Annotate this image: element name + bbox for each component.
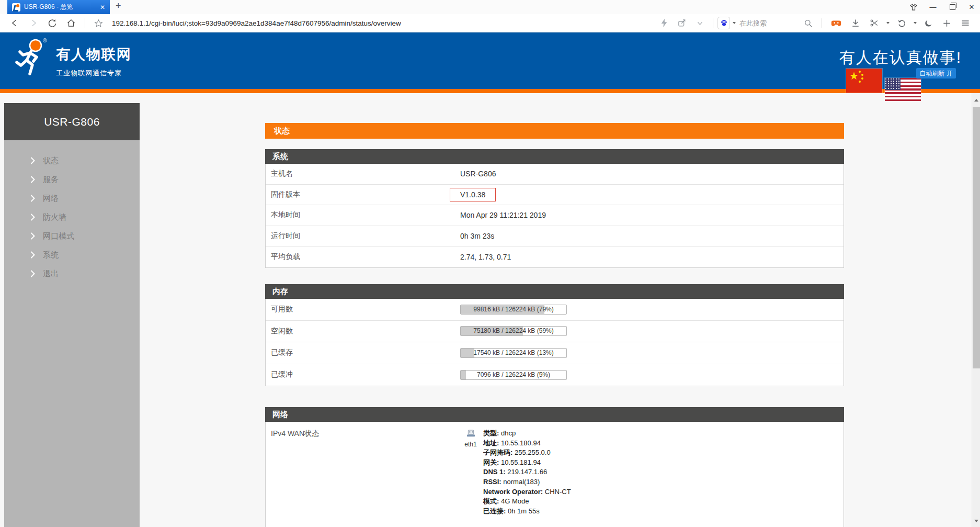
row-value: 2.74, 1.73, 0.71 (460, 253, 511, 261)
progress-text: 17540 kB / 126224 kB (13%) (461, 349, 566, 357)
progress-text: 99816 kB / 126224 kB (79%) (461, 305, 566, 314)
row-label: 主机名 (266, 169, 460, 178)
wan-detail-line: Network Operator: CHN-CT (483, 487, 571, 497)
scrollbar-up-arrow[interactable] (974, 99, 978, 102)
row-value: USR-G806 (460, 170, 496, 178)
scrollbar-thumb[interactable] (973, 107, 980, 368)
search-magnifier-icon[interactable] (804, 19, 813, 28)
download-icon[interactable] (851, 18, 860, 28)
table-row: 平均负载 2.74, 1.73, 0.71 (266, 246, 844, 267)
chevron-right-icon (30, 270, 35, 277)
sidebar-item-network[interactable]: 网络 (4, 189, 140, 208)
add-plus-icon[interactable] (942, 19, 951, 28)
refresh-icon[interactable] (48, 18, 57, 28)
game-center-icon[interactable] (831, 19, 841, 28)
tab-close-icon[interactable]: ✕ (100, 4, 105, 10)
chevron-right-icon (30, 232, 35, 240)
undo-caret[interactable] (914, 22, 917, 24)
undo-icon[interactable] (897, 18, 906, 28)
table-row: 已缓存 17540 kB / 126224 kB (13%) (266, 342, 844, 364)
restore-button[interactable] (948, 3, 956, 12)
network-table-body: IPv4 WAN状态 eth1 类型: dhcp地址: 10.55.180.94… (265, 422, 844, 527)
table-row: 已缓冲 7096 kB / 126224 kB (5%) (266, 364, 844, 386)
menu-hamburger-icon[interactable] (961, 18, 970, 28)
row-value: 0h 3m 23s (460, 232, 494, 240)
wan-detail-value: 255.255.0.0 (515, 448, 551, 456)
chevron-right-icon (30, 251, 35, 259)
sidebar-item-firewall[interactable]: 防火墙 (4, 208, 140, 227)
sidebar-item-logout[interactable]: 退出 (4, 264, 140, 283)
wan-detail-line: DNS 1: 219.147.1.66 (483, 467, 571, 477)
sidebar-item-system[interactable]: 系统 (4, 245, 140, 264)
home-icon[interactable] (66, 18, 76, 28)
wan-detail-line: 已连接: 0h 1m 55s (483, 507, 571, 517)
section-memory-title: 内存 (265, 284, 844, 299)
usa-flag[interactable] (885, 78, 921, 101)
site-header: ® 有人物联网 工业物联网通信专家 (0, 32, 980, 89)
forward-icon[interactable] (29, 18, 38, 28)
scrollbar-down-arrow[interactable] (974, 520, 978, 522)
search-input[interactable] (738, 19, 799, 28)
browser-skin-icon[interactable] (909, 3, 918, 12)
bookmark-star-icon[interactable] (94, 19, 103, 28)
wan-detail-key: 地址: (483, 439, 501, 447)
screenshot-scissors-icon[interactable] (870, 18, 879, 28)
wan-detail-key: 模式: (483, 497, 501, 505)
system-table-body: 主机名 USR-G806 固件版本 V1.0.38 本地时间 Mon Apr 2… (265, 164, 844, 268)
sidebar-item-portmode[interactable]: 网口模式 (4, 227, 140, 245)
wan-detail-value: 4G Mode (501, 497, 529, 505)
new-tab-button[interactable]: + (116, 1, 121, 12)
memory-table-body: 可用数 99816 kB / 126224 kB (79%) 空闲数 75180… (265, 299, 844, 386)
wan-detail-value: 0h 1m 55s (508, 507, 540, 515)
wan-detail-line: 地址: 10.55.180.94 (483, 439, 571, 448)
scissors-caret[interactable] (886, 22, 890, 24)
auto-refresh-toggle[interactable]: 自动刷新 开 (916, 68, 956, 79)
progress-text: 75180 kB / 126224 kB (59%) (461, 327, 566, 335)
back-icon[interactable] (10, 18, 19, 28)
share-icon[interactable] (677, 18, 687, 28)
section-network: 网络 IPv4 WAN状态 eth1 类型: dhcp地址: (265, 407, 844, 527)
wan-detail-value: 219.147.1.66 (507, 468, 547, 476)
sidebar-item-status[interactable]: 状态 (4, 151, 140, 170)
baidu-search-engine-icon[interactable] (717, 17, 730, 29)
chevron-right-icon (30, 195, 35, 202)
wan-status-row: IPv4 WAN状态 eth1 类型: dhcp地址: 10.55.180.94… (266, 422, 844, 516)
wan-detail-value: normal(183) (503, 478, 540, 486)
minimize-button[interactable]: — (929, 3, 937, 12)
sidebar-item-services[interactable]: 服务 (4, 170, 140, 189)
row-label: 运行时间 (266, 231, 460, 241)
url-field[interactable]: 192.168.1.1/cgi-bin/luci/;stok=93d9a0969… (112, 19, 656, 27)
chevron-down-icon[interactable] (696, 19, 704, 27)
sidebar-item-label: 退出 (43, 269, 59, 279)
wan-detail-line: RSSI: normal(183) (483, 477, 571, 487)
wan-detail-key: 已连接: (483, 507, 508, 515)
search-engine-caret[interactable] (733, 22, 736, 24)
sidebar-device-name: USR-G806 (4, 103, 140, 140)
row-label: 固件版本 (266, 190, 460, 199)
progress-text: 7096 kB / 126224 kB (5%) (461, 371, 566, 379)
section-memory: 内存 可用数 99816 kB / 126224 kB (79%) 空闲数 75… (265, 284, 844, 386)
browser-tab[interactable]: USR-G806 - 总览 ✕ (7, 0, 110, 14)
wan-detail-lines: 类型: dhcp地址: 10.55.180.94子网掩码: 255.255.0.… (483, 429, 571, 516)
memory-progressbar: 99816 kB / 126224 kB (79%) (460, 305, 567, 315)
wan-detail-key: RSSI: (483, 478, 503, 486)
china-flag[interactable]: ★ (846, 69, 882, 93)
row-value: V1.0.38 (460, 188, 496, 201)
browser-window: USR-G806 - 总览 ✕ + — ✕ 192.168.1.1/cgi-bi… (0, 0, 980, 527)
header-slogan: 有人在认真做事! (839, 47, 962, 69)
close-button[interactable]: ✕ (967, 3, 976, 12)
night-mode-moon-icon[interactable] (924, 19, 933, 28)
wan-detail-key: 类型: (483, 429, 501, 437)
page-scrollbar[interactable] (972, 93, 980, 527)
tab-bar: USR-G806 - 总览 ✕ + — ✕ (0, 0, 980, 14)
header-accent-strip (0, 89, 980, 93)
wan-interface: eth1 (460, 430, 481, 448)
wan-detail-key: Network Operator: (483, 488, 545, 496)
brand-block: 有人物联网 工业物联网通信专家 (56, 45, 132, 78)
speed-mode-icon[interactable] (660, 19, 668, 27)
registered-mark: ® (43, 38, 47, 43)
sidebar-item-label: 防火墙 (43, 212, 66, 222)
table-row: 可用数 99816 kB / 126224 kB (79%) (266, 299, 844, 321)
memory-progressbar: 17540 kB / 126224 kB (13%) (460, 348, 567, 358)
brand-title: 有人物联网 (56, 45, 132, 64)
